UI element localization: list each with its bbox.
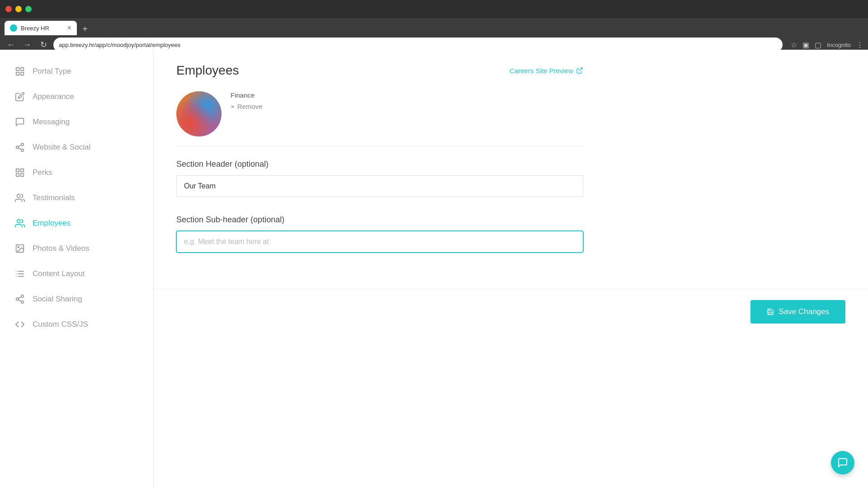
sidebar: Portal Type Appearance Messaging Website…	[0, 50, 154, 488]
photos-videos-icon	[14, 242, 26, 255]
sidebar-item-portal-type[interactable]: Portal Type	[0, 59, 153, 84]
sidebar-item-photos-videos[interactable]: Photos & Videos	[0, 236, 153, 261]
sidebar-item-testimonials[interactable]: Testimonials	[0, 185, 153, 211]
team-image-inner	[176, 91, 222, 136]
section-subheader-input[interactable]	[176, 231, 583, 253]
chat-support-button[interactable]	[831, 451, 854, 474]
svg-point-16	[18, 246, 19, 248]
svg-rect-10	[21, 169, 24, 172]
sidebar-item-content-layout[interactable]: Content Layout	[0, 261, 153, 286]
svg-line-7	[19, 148, 21, 150]
active-tab[interactable]: Breezy HR ×	[5, 21, 77, 35]
remove-x: ×	[231, 103, 235, 110]
sidebar-label-messaging: Messaging	[33, 117, 70, 127]
content-panel: Employees Careers Site Preview Finance ×…	[154, 50, 606, 284]
save-changes-button[interactable]: Save Changes	[750, 300, 845, 324]
sidebar-label-portal-type: Portal Type	[33, 67, 71, 76]
tab-title: Breezy HR	[21, 25, 49, 32]
section-header-form: Section Header (optional)	[176, 160, 583, 197]
sidebar-label-website-social: Website & Social	[33, 143, 90, 152]
sidebar-item-perks[interactable]: Perks	[0, 160, 153, 185]
refresh-button[interactable]: ↻	[37, 38, 50, 51]
svg-point-14	[17, 220, 20, 223]
sidebar-label-content-layout: Content Layout	[33, 269, 85, 278]
browser-chrome: Breezy HR × + ← → ↻ app.breezy.hr/app/c/…	[0, 0, 868, 50]
browser-top-bar	[0, 0, 868, 18]
image-label: Finance	[231, 91, 263, 99]
content-layout-icon	[14, 267, 26, 280]
new-tab-button[interactable]: +	[79, 23, 91, 35]
section-subheader-form: Section Sub-header (optional)	[176, 215, 583, 253]
back-button[interactable]: ←	[5, 38, 17, 51]
preview-link-text: Careers Site Preview	[509, 67, 573, 75]
window-controls	[5, 6, 32, 12]
forward-button[interactable]: →	[21, 38, 33, 51]
employees-icon	[14, 217, 26, 230]
sidebar-label-custom-css: Custom CSS/JS	[33, 320, 88, 329]
sidebar-item-custom-css[interactable]: Custom CSS/JS	[0, 312, 153, 337]
svg-line-27	[19, 297, 21, 299]
tab-favicon	[10, 24, 17, 32]
sidebar-label-appearance: Appearance	[33, 92, 74, 101]
svg-rect-11	[16, 174, 19, 176]
menu-icon[interactable]: ⋮	[856, 41, 863, 49]
sidebar-item-employees[interactable]: Employees	[0, 211, 153, 236]
svg-rect-12	[21, 174, 24, 176]
remove-label: Remove	[237, 103, 263, 110]
svg-rect-0	[16, 68, 19, 70]
sidebar-label-photos-videos: Photos & Videos	[33, 244, 89, 253]
window-minimize-button[interactable]	[15, 6, 22, 12]
testimonials-icon	[14, 192, 26, 204]
messaging-icon	[14, 116, 26, 128]
sidebar-item-website-social[interactable]: Website & Social	[0, 135, 153, 160]
sidebar-item-appearance[interactable]: Appearance	[0, 84, 153, 109]
custom-css-icon	[14, 318, 26, 331]
website-social-icon	[14, 141, 26, 154]
browser-tabs: Breezy HR × +	[0, 18, 868, 35]
team-image	[176, 91, 222, 136]
page-title: Employees	[176, 63, 239, 78]
careers-site-preview-link[interactable]: Careers Site Preview	[509, 67, 583, 75]
image-card: Finance × Remove	[176, 91, 583, 146]
svg-line-28	[579, 68, 582, 71]
incognito-label: Incognito	[827, 42, 851, 48]
svg-rect-3	[21, 72, 24, 75]
perks-icon	[14, 166, 26, 179]
svg-line-8	[19, 145, 21, 147]
svg-line-26	[19, 300, 21, 301]
save-area: Save Changes	[154, 289, 868, 334]
profile-icon[interactable]: ▢	[815, 41, 821, 49]
sidebar-label-testimonials: Testimonials	[33, 193, 75, 202]
svg-rect-2	[16, 72, 19, 75]
portal-type-icon	[14, 65, 26, 78]
svg-rect-9	[16, 169, 19, 172]
svg-rect-1	[21, 68, 24, 70]
main-content: Employees Careers Site Preview Finance ×…	[154, 50, 868, 488]
save-changes-label: Save Changes	[778, 307, 829, 316]
sidebar-item-social-sharing[interactable]: Social Sharing	[0, 286, 153, 312]
bookmark-icon[interactable]: ☆	[791, 41, 797, 49]
image-info: Finance × Remove	[231, 91, 263, 110]
window-close-button[interactable]	[5, 6, 12, 12]
window-maximize-button[interactable]	[25, 6, 32, 12]
extensions-icon[interactable]: ▣	[802, 41, 809, 49]
section-subheader-label: Section Sub-header (optional)	[176, 215, 583, 225]
social-sharing-icon	[14, 293, 26, 305]
sidebar-item-messaging[interactable]: Messaging	[0, 109, 153, 135]
appearance-icon	[14, 90, 26, 103]
svg-point-13	[17, 194, 20, 197]
section-header-input[interactable]	[176, 175, 583, 197]
sidebar-label-social-sharing: Social Sharing	[33, 295, 82, 304]
sidebar-label-perks: Perks	[33, 168, 52, 177]
remove-button[interactable]: × Remove	[231, 103, 263, 110]
section-header-label: Section Header (optional)	[176, 160, 583, 169]
page-header: Employees Careers Site Preview	[176, 63, 583, 78]
sidebar-label-employees: Employees	[33, 219, 71, 228]
tab-close-button[interactable]: ×	[67, 24, 71, 32]
url-text: app.breezy.hr/app/c/moodjoy/portal/emplo…	[59, 42, 180, 48]
browser-actions: ☆ ▣ ▢ Incognito ⋮	[791, 41, 863, 49]
app-layout: Portal Type Appearance Messaging Website…	[0, 50, 868, 488]
